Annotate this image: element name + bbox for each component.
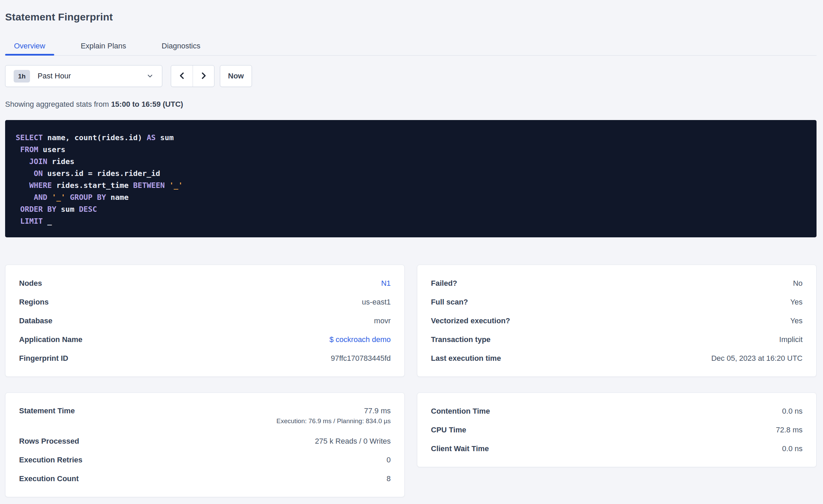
statement-time-values: 77.9 ms Execution: 76.9 ms / Planning: 8… — [276, 406, 391, 425]
database-value: movr — [374, 316, 391, 325]
detail-row-full-scan: Full scan? Yes — [431, 293, 803, 311]
overview-cards-row: Nodes N1 Regions us-east1 Database movr … — [5, 265, 817, 377]
full-scan-value: Yes — [790, 298, 803, 307]
row-label: Transaction type — [431, 335, 491, 344]
vectorized-value: Yes — [790, 316, 803, 325]
detail-row-cpu-time: CPU Time 72.8 ms — [431, 420, 803, 439]
detail-row-regions: Regions us-east1 — [19, 293, 391, 311]
detail-row-last-execution-time: Last execution time Dec 05, 2023 at 16:2… — [431, 349, 803, 368]
last-execution-time-value: Dec 05, 2023 at 16:20 UTC — [711, 354, 803, 363]
detail-row-rows-processed: Rows Processed 275 k Reads / 0 Writes — [19, 432, 391, 450]
previous-interval-button[interactable] — [171, 65, 193, 87]
statement-fingerprint-page: Statement Fingerprint Overview Explain P… — [0, 11, 823, 504]
detail-row-application-name: Application Name $ cockroach demo — [19, 330, 391, 349]
row-label: Statement Time — [19, 406, 75, 415]
rows-processed-value: 275 k Reads / 0 Writes — [315, 437, 391, 446]
detail-row-vectorized: Vectorized execution? Yes — [431, 311, 803, 330]
execution-retries-value: 0 — [387, 456, 391, 464]
tab-overview[interactable]: Overview — [5, 37, 54, 55]
statement-details-card: Nodes N1 Regions us-east1 Database movr … — [5, 265, 405, 377]
regions-value: us-east1 — [362, 298, 391, 307]
statement-time-value: 77.9 ms — [276, 406, 391, 415]
tab-bar: Overview Explain Plans Diagnostics — [5, 37, 817, 56]
detail-row-execution-retries: Execution Retries 0 — [19, 450, 391, 469]
time-interval-label: Past Hour — [38, 72, 71, 80]
contention-time-value: 0.0 ns — [782, 407, 803, 416]
sql-statement-box: SELECT name, count(rides.id) AS sum FROM… — [5, 120, 817, 237]
detail-row-transaction-type: Transaction type Implicit — [431, 330, 803, 349]
time-step-buttons — [171, 65, 214, 87]
statement-time-breakdown: Execution: 76.9 ms / Planning: 834.0 µs — [276, 417, 391, 425]
stats-cards-row: Statement Time 77.9 ms Execution: 76.9 m… — [5, 392, 817, 497]
time-interval-badge: 1h — [14, 70, 30, 83]
sql-statement: SELECT name, count(rides.id) AS sum FROM… — [16, 132, 803, 227]
chevron-right-icon — [199, 71, 208, 81]
detail-row-nodes: Nodes N1 — [19, 274, 391, 293]
next-interval-button[interactable] — [193, 65, 214, 87]
time-controls: 1h Past Hour Now — [5, 65, 817, 87]
nodes-link[interactable]: N1 — [381, 279, 391, 288]
row-label: Vectorized execution? — [431, 316, 510, 325]
execution-attributes-card: Failed? No Full scan? Yes Vectorized exe… — [417, 265, 817, 377]
row-label: Failed? — [431, 279, 457, 288]
transaction-type-value: Implicit — [779, 335, 803, 344]
row-label: Execution Retries — [19, 456, 83, 464]
detail-row-execution-count: Execution Count 8 — [19, 469, 391, 488]
row-label: Execution Count — [19, 474, 79, 483]
row-label: Nodes — [19, 279, 42, 288]
row-label: CPU Time — [431, 426, 466, 434]
failed-value: No — [793, 279, 803, 288]
row-label: Database — [19, 316, 53, 325]
row-label: Application Name — [19, 335, 83, 344]
page-title: Statement Fingerprint — [5, 11, 817, 23]
fingerprint-id-value: 97ffc170783445fd — [331, 354, 391, 363]
tab-diagnostics-label: Diagnostics — [162, 42, 200, 50]
row-label: Client Wait Time — [431, 444, 489, 453]
detail-row-contention-time: Contention Time 0.0 ns — [431, 402, 803, 420]
time-stats-card: Contention Time 0.0 ns CPU Time 72.8 ms … — [417, 392, 817, 467]
aggregation-note-range: 15:00 to 16:59 (UTC) — [111, 100, 183, 108]
detail-row-failed: Failed? No — [431, 274, 803, 293]
execution-stats-card: Statement Time 77.9 ms Execution: 76.9 m… — [5, 392, 405, 497]
execution-count-value: 8 — [387, 474, 391, 483]
tab-overview-label: Overview — [14, 42, 45, 50]
tab-explain-plans[interactable]: Explain Plans — [72, 37, 135, 55]
aggregation-note: Showing aggregated stats from 15:00 to 1… — [5, 100, 817, 109]
application-name-link[interactable]: $ cockroach demo — [329, 335, 391, 344]
row-label: Full scan? — [431, 298, 468, 307]
chevron-down-icon — [146, 72, 154, 80]
aggregation-note-prefix: Showing aggregated stats from — [5, 100, 111, 108]
cpu-time-value: 72.8 ms — [776, 426, 803, 434]
detail-row-database: Database movr — [19, 311, 391, 330]
now-button[interactable]: Now — [220, 65, 252, 87]
tab-diagnostics[interactable]: Diagnostics — [153, 37, 209, 55]
detail-row-client-wait-time: Client Wait Time 0.0 ns — [431, 439, 803, 458]
row-label: Last execution time — [431, 354, 501, 363]
row-label: Fingerprint ID — [19, 354, 68, 363]
row-label: Rows Processed — [19, 437, 79, 446]
row-label: Regions — [19, 298, 49, 307]
detail-row-fingerprint-id: Fingerprint ID 97ffc170783445fd — [19, 349, 391, 368]
detail-row-statement-time: Statement Time 77.9 ms Execution: 76.9 m… — [19, 402, 391, 432]
time-interval-dropdown[interactable]: 1h Past Hour — [5, 65, 162, 87]
chevron-left-icon — [178, 71, 186, 81]
tab-explain-plans-label: Explain Plans — [81, 42, 126, 50]
row-label: Contention Time — [431, 407, 490, 416]
client-wait-time-value: 0.0 ns — [782, 444, 803, 453]
